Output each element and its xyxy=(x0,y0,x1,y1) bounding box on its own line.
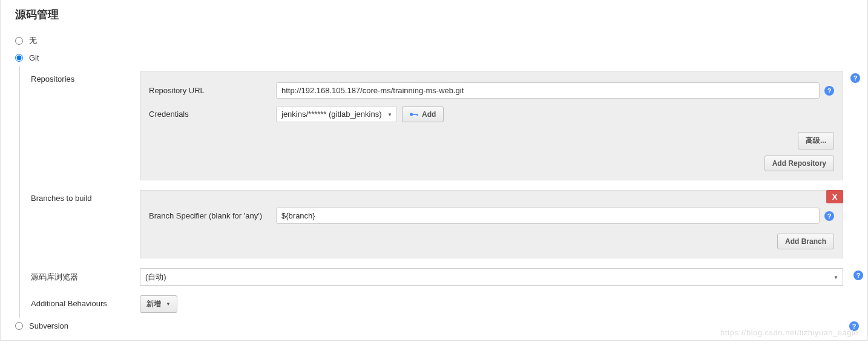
key-icon xyxy=(410,112,418,117)
browser-select[interactable]: (自动) xyxy=(140,268,843,286)
radio-subversion-label: Subversion xyxy=(29,321,68,330)
repositories-label: Repositories xyxy=(31,71,140,84)
add-credentials-label: Add xyxy=(422,110,436,119)
browser-label: 源码库浏览器 xyxy=(31,268,140,283)
help-icon[interactable]: ? xyxy=(853,271,863,280)
add-branch-button[interactable]: Add Branch xyxy=(777,234,834,249)
watermark: https://blog.csdn.net/lizhiyuan_eagle xyxy=(720,328,858,337)
add-behaviour-label: 新增 xyxy=(146,299,161,309)
branch-specifier-input[interactable] xyxy=(276,208,820,224)
scm-option-git[interactable]: Git xyxy=(15,50,867,66)
credentials-select[interactable]: jenkins/****** (gitlab_jenkins) xyxy=(276,106,397,122)
help-icon[interactable]: ? xyxy=(824,211,834,221)
credentials-label: Credentials xyxy=(149,110,276,119)
repo-url-label: Repository URL xyxy=(149,86,276,95)
add-behaviour-button[interactable]: 新增 ▼ xyxy=(140,295,177,313)
add-credentials-button[interactable]: Add xyxy=(402,107,444,122)
repo-url-input[interactable] xyxy=(276,82,820,99)
radio-none-label: 无 xyxy=(29,35,37,46)
radio-git-label: Git xyxy=(29,53,39,62)
radio-subversion[interactable] xyxy=(15,322,23,330)
chevron-down-icon: ▼ xyxy=(166,301,171,307)
delete-branch-button[interactable]: X xyxy=(826,190,843,203)
scm-option-none[interactable]: 无 xyxy=(15,31,867,50)
behaviours-label: Additional Behaviours xyxy=(31,295,140,308)
section-title: 源码管理 xyxy=(1,0,867,31)
advanced-button[interactable]: 高级... xyxy=(798,132,834,149)
help-icon[interactable]: ? xyxy=(850,73,860,83)
add-repository-button[interactable]: Add Repository xyxy=(764,156,834,171)
repositories-panel: Repository URL ? Credentials jenkins/***… xyxy=(140,71,843,180)
help-icon[interactable]: ? xyxy=(824,86,834,96)
radio-git[interactable] xyxy=(15,54,23,62)
branches-label: Branches to build xyxy=(31,190,140,203)
branch-specifier-label: Branch Specifier (blank for 'any') xyxy=(149,211,276,220)
branches-panel: X Branch Specifier (blank for 'any') ? A… xyxy=(140,190,843,258)
radio-none[interactable] xyxy=(15,37,23,45)
svg-rect-2 xyxy=(416,114,418,116)
